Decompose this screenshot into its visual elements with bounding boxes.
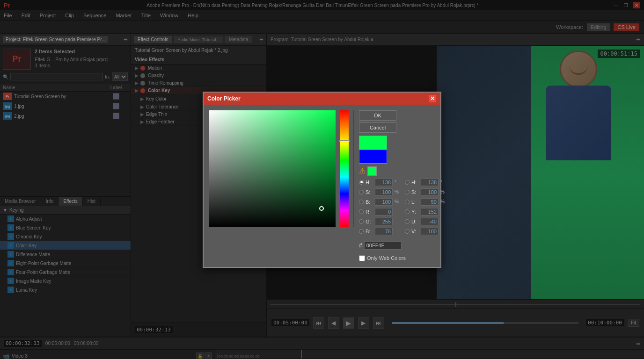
cp-values-columns: H: ° S: % <box>359 179 434 237</box>
cp-s-label: S: <box>366 189 373 195</box>
cp-radio-l-r[interactable] <box>405 200 410 204</box>
cp-b-label: B: <box>366 199 373 205</box>
modal-overlay: Color Picker ✕ OK <box>0 0 644 359</box>
cp-radio-s-r[interactable] <box>405 190 410 194</box>
cp-radio-v[interactable] <box>405 229 410 234</box>
cp-radio-u[interactable] <box>405 219 410 224</box>
cp-s-unit: % <box>395 189 401 194</box>
cp-radio-b2[interactable] <box>359 229 364 234</box>
cp-new-color-swatch <box>359 136 387 150</box>
gamut-color-box[interactable] <box>367 166 377 176</box>
cp-h-unit: ° <box>395 180 401 185</box>
cp-radio-h[interactable] <box>359 180 364 185</box>
cp-b2-input[interactable] <box>375 228 393 235</box>
cp-g-input[interactable] <box>375 218 393 225</box>
cp-color-preview <box>359 136 434 164</box>
cp-radio-y[interactable] <box>405 209 410 214</box>
cp-g-label: G: <box>366 219 373 224</box>
cp-v-row: V: <box>405 228 447 235</box>
divider <box>353 110 354 227</box>
cp-radio-h-r[interactable] <box>405 180 410 185</box>
color-picker-dialog: Color Picker ✕ OK <box>203 92 441 268</box>
cp-warning-row: ⚠ <box>359 166 434 176</box>
cp-s-r-input[interactable] <box>421 188 439 196</box>
cp-r-label: R: <box>366 209 373 215</box>
only-web-colors-checkbox[interactable] <box>359 255 365 261</box>
color-picker-body: OK Cancel ⚠ <box>204 105 440 267</box>
cp-r-row: R: <box>359 208 401 215</box>
cp-s-r-label: S: <box>411 189 419 195</box>
cp-b2-label: B: <box>366 229 373 234</box>
cp-left-values: H: ° S: % <box>359 179 401 237</box>
cp-hex-hash: # <box>359 242 362 249</box>
cp-h-r-unit: ° <box>440 180 447 185</box>
color-picker-title: Color Picker <box>207 95 241 102</box>
warning-icon: ⚠ <box>359 166 366 175</box>
cp-right-panel: OK Cancel ⚠ <box>359 110 434 261</box>
cp-r-input[interactable] <box>375 208 393 215</box>
hue-slider-thumb <box>339 140 350 142</box>
cp-y-input[interactable] <box>421 208 439 215</box>
cp-v-input[interactable] <box>421 228 439 235</box>
cp-b2-row: B: <box>359 228 401 235</box>
color-gradient-picker[interactable] <box>209 110 336 227</box>
cp-action-buttons: OK Cancel <box>359 110 434 133</box>
cp-h-left-row: H: ° <box>359 179 401 186</box>
cp-s-input[interactable] <box>375 188 393 196</box>
cp-radio-r[interactable] <box>359 209 364 214</box>
cp-l-r-unit: % <box>440 199 447 204</box>
hue-slider[interactable] <box>340 110 349 227</box>
cp-l-r-input[interactable] <box>421 198 439 206</box>
cp-hex-input[interactable] <box>364 241 402 250</box>
cp-y-row: Y: <box>405 208 447 215</box>
cp-only-web-row: Only Web Colors <box>359 255 434 261</box>
cp-s-r-unit: % <box>440 189 447 194</box>
cp-h-label: H: <box>366 180 373 185</box>
cp-g-row: G: <box>359 218 401 225</box>
cp-ok-button[interactable]: OK <box>359 110 396 121</box>
cp-b-left-row: B: % <box>359 198 401 206</box>
cp-radio-g[interactable] <box>359 219 364 224</box>
cp-old-color-swatch <box>359 150 387 164</box>
cp-cancel-button[interactable]: Cancel <box>359 122 396 133</box>
cp-h-r-label: H: <box>411 180 419 185</box>
cp-h-right-row: H: ° <box>405 179 447 186</box>
cp-l-right-row: L: % <box>405 198 447 206</box>
cp-h-input[interactable] <box>375 179 393 186</box>
cp-s-right-row: S: % <box>405 188 447 196</box>
color-picker-titlebar: Color Picker ✕ <box>204 93 440 105</box>
color-picker-close-button[interactable]: ✕ <box>428 94 437 103</box>
cp-u-row: U: <box>405 218 447 225</box>
gradient-dark-layer <box>209 110 336 227</box>
cp-hex-row: # <box>359 241 434 250</box>
cp-radio-b[interactable] <box>359 200 364 204</box>
cp-h-r-input[interactable] <box>421 179 439 186</box>
cp-radio-s[interactable] <box>359 190 364 194</box>
cp-u-input[interactable] <box>421 218 439 225</box>
cp-u-label: U: <box>411 219 419 224</box>
only-web-label[interactable]: Only Web Colors <box>367 255 406 261</box>
cp-y-label: Y: <box>411 209 419 215</box>
gradient-selector <box>319 206 324 211</box>
cp-v-label: V: <box>411 229 419 234</box>
cp-b-unit: % <box>395 199 401 204</box>
cp-l-r-label: L: <box>411 199 419 205</box>
cp-b-input[interactable] <box>375 198 393 206</box>
cp-right-values: H: ° S: % <box>405 179 447 237</box>
cp-s-left-row: S: % <box>359 188 401 196</box>
